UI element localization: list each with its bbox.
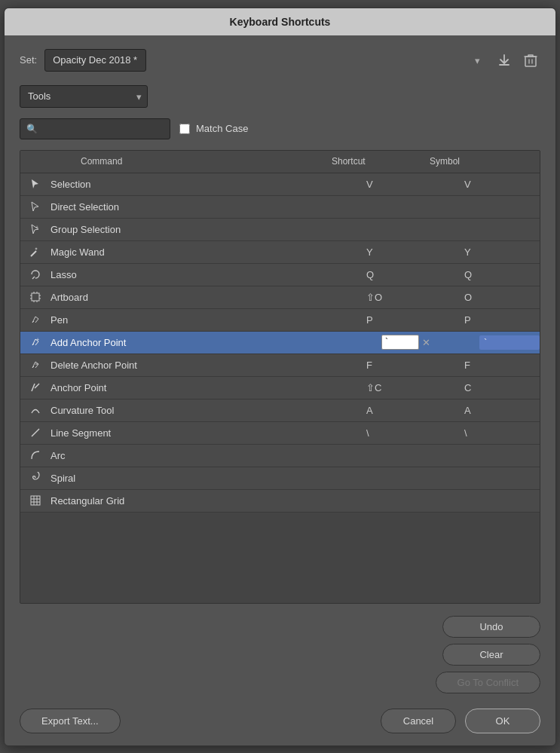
row-symbol: Y [464, 246, 540, 258]
svg-rect-2 [32, 293, 39, 301]
footer-left: Export Text... [20, 709, 121, 733]
tool-icon: + [20, 336, 50, 348]
svg-text:+: + [35, 225, 38, 230]
tool-icon [20, 381, 50, 393]
row-command-name: Spiral [50, 473, 366, 484]
row-symbol: C [464, 382, 540, 393]
col-shortcut-header: Shortcut [332, 156, 430, 167]
row-shortcut: ⇧C [366, 382, 464, 393]
table-row[interactable]: Delete Anchor Point F F [20, 354, 540, 377]
delete-icon [524, 53, 537, 68]
table-row[interactable]: Rectangular Grid [20, 490, 540, 513]
table-row[interactable]: Line Segment \ \ [20, 422, 540, 445]
table-row[interactable]: + Group Selection [20, 219, 540, 241]
row-command-name: Delete Anchor Point [50, 360, 366, 371]
table-row-selected[interactable]: + Add Anchor Point ✕ ` [20, 332, 540, 354]
table-row[interactable]: Anchor Point ⇧C C [20, 377, 540, 399]
row-symbol: V [464, 179, 540, 190]
row-command-name: Selection [50, 179, 366, 190]
row-command-name: Group Selection [50, 224, 366, 235]
table-header: Command Shortcut Symbol [20, 151, 540, 173]
tool-icon [20, 291, 50, 303]
row-command-name: Add Anchor Point [50, 337, 381, 348]
action-buttons: Undo Clear Go To Conflict [20, 616, 540, 693]
match-case-label: Match Case [196, 123, 248, 134]
row-command-name: Magic Wand [50, 246, 366, 258]
row-symbol: P [464, 314, 540, 326]
svg-text:+: + [36, 337, 39, 342]
row-command-name: Line Segment [50, 427, 366, 439]
row-symbol: O [464, 292, 540, 303]
tool-icon [20, 314, 50, 326]
set-select[interactable]: Opacity Dec 2018 * [44, 49, 146, 72]
shortcuts-table: Command Shortcut Symbol Selection V V [20, 150, 540, 604]
table-row[interactable]: Artboard ⇧O O [20, 286, 540, 309]
row-symbol-selected: ` [479, 335, 540, 350]
tool-icon [20, 427, 50, 439]
ok-button[interactable]: OK [465, 709, 540, 733]
svg-rect-0 [525, 57, 536, 66]
keyboard-shortcuts-dialog: Keyboard Shortcuts Set: Opacity Dec 2018… [4, 8, 556, 746]
table-row[interactable]: Selection V V [20, 173, 540, 196]
table-row[interactable]: Curvature Tool A A [20, 399, 540, 422]
tool-icon [20, 268, 50, 280]
table-row[interactable]: Spiral [20, 467, 540, 490]
row-command-name: Pen [50, 314, 366, 326]
footer-right: Cancel OK [381, 709, 540, 733]
tool-icon [20, 246, 50, 258]
table-row[interactable]: Pen P P [20, 309, 540, 332]
tool-icon: + [20, 223, 50, 235]
table-row[interactable]: Magic Wand Y Y [20, 241, 540, 264]
row-shortcut: ⇧O [366, 292, 464, 303]
row-shortcut-edit: ✕ [381, 335, 479, 350]
svg-rect-4 [31, 496, 40, 505]
clear-button[interactable]: Clear [442, 644, 540, 666]
row-command-name: Lasso [50, 269, 366, 280]
row-command-name: Anchor Point [50, 382, 366, 393]
tool-icon [20, 359, 50, 371]
row-shortcut: Y [366, 246, 464, 258]
row-command-name: Rectangular Grid [50, 495, 366, 507]
filter-select[interactable]: ToolsMenu CommandsObjectTypeSelectFilter… [20, 85, 148, 108]
undo-button[interactable]: Undo [442, 616, 540, 638]
set-select-wrapper: Opacity Dec 2018 * [44, 49, 486, 72]
go-to-conflict-button[interactable]: Go To Conflict [436, 672, 540, 693]
row-command-name: Curvature Tool [50, 405, 366, 416]
export-text-button[interactable]: Export Text... [20, 709, 121, 733]
row-shortcut: V [366, 179, 464, 190]
tool-icon [20, 472, 50, 484]
row-symbol: F [464, 360, 540, 371]
save-set-button[interactable] [494, 51, 515, 69]
footer-row: Export Text... Cancel OK [20, 706, 540, 733]
tool-icon [20, 178, 50, 190]
cancel-button[interactable]: Cancel [381, 709, 456, 733]
row-symbol: \ [464, 427, 540, 439]
dialog-title: Keyboard Shortcuts [230, 16, 331, 28]
table-body[interactable]: Selection V V Direct Selection + [20, 173, 540, 603]
search-box: 🔍 [20, 118, 170, 139]
tool-icon [20, 449, 50, 461]
row-shortcut: Q [366, 269, 464, 280]
row-shortcut: A [366, 405, 464, 416]
row-shortcut: \ [366, 427, 464, 439]
search-icon: 🔍 [26, 124, 38, 134]
delete-set-button[interactable] [521, 51, 540, 69]
table-row[interactable]: Direct Selection [20, 196, 540, 219]
shortcut-clear-button[interactable]: ✕ [422, 337, 430, 348]
search-match-row: 🔍 Match Case [20, 118, 540, 139]
row-command-name: Artboard [50, 292, 366, 303]
table-row[interactable]: Arc [20, 445, 540, 467]
row-command-name: Arc [50, 450, 366, 461]
table-row[interactable]: Lasso Q Q [20, 264, 540, 286]
filter-select-wrapper: ToolsMenu CommandsObjectTypeSelectFilter… [20, 85, 148, 108]
save-icon [497, 53, 512, 68]
row-shortcut: P [366, 314, 464, 326]
match-case-checkbox[interactable] [179, 124, 190, 134]
title-bar: Keyboard Shortcuts [5, 8, 555, 35]
search-input[interactable] [42, 123, 164, 134]
shortcut-edit-input[interactable] [381, 335, 419, 350]
row-symbol: Q [464, 269, 540, 280]
set-row: Set: Opacity Dec 2018 * [20, 49, 540, 72]
tool-icon [20, 494, 50, 507]
set-label: Set: [20, 54, 37, 66]
